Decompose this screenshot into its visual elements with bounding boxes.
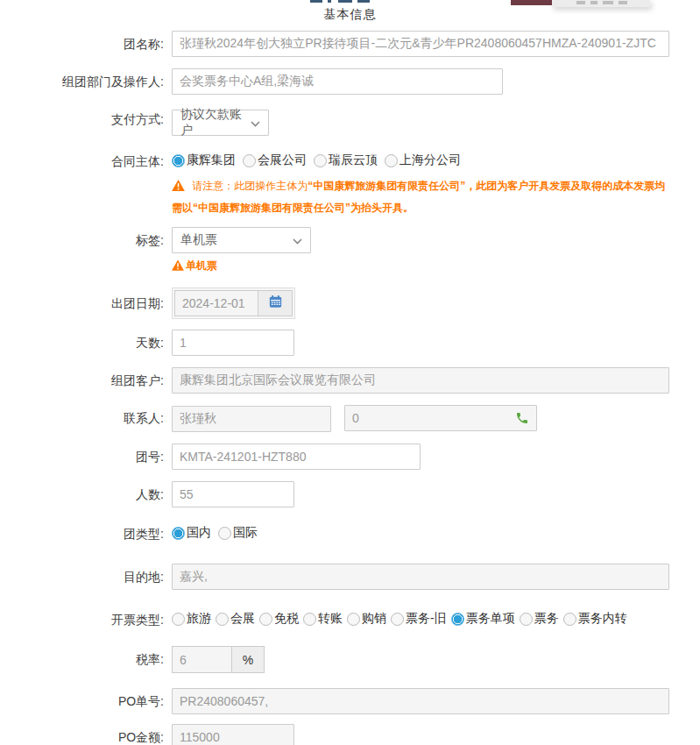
tax-rate-input bbox=[172, 646, 232, 673]
radio-dot-icon bbox=[451, 613, 464, 626]
departure-date-label: 出团日期: bbox=[0, 287, 172, 312]
radio-group-type-international[interactable]: 国际 bbox=[218, 525, 258, 541]
group-no-input[interactable] bbox=[172, 443, 421, 470]
radio-invoice-ticketing-old[interactable]: 票务-旧 bbox=[391, 611, 447, 627]
customer-input bbox=[172, 367, 669, 394]
group-type-label: 团类型: bbox=[0, 520, 172, 543]
radio-dot-icon bbox=[172, 527, 185, 540]
radio-dot-icon bbox=[218, 527, 231, 540]
contact-name-input bbox=[172, 406, 331, 432]
radio-label: 票务 bbox=[534, 611, 559, 627]
row-payment: 支付方式: 协议欠款账户 bbox=[0, 106, 700, 136]
radio-contract-ruichen-yunding[interactable]: 瑞辰云顶 bbox=[314, 153, 378, 168]
radio-contract-exhibition-company[interactable]: 会展公司 bbox=[243, 153, 307, 168]
people-label: 人数: bbox=[0, 481, 172, 503]
radio-dot-icon bbox=[563, 613, 576, 626]
radio-label: 票务-旧 bbox=[406, 611, 447, 627]
group-name-label: 团名称: bbox=[0, 31, 172, 53]
radio-label: 旅游 bbox=[187, 611, 211, 627]
tax-rate-label: 税率: bbox=[0, 646, 172, 668]
radio-dot-icon bbox=[520, 613, 533, 626]
destination-input bbox=[172, 564, 669, 590]
chevron-down-icon bbox=[251, 116, 260, 130]
radio-invoice-duty-free[interactable]: 免税 bbox=[259, 611, 299, 627]
row-departure-date: 出团日期: bbox=[0, 287, 700, 319]
radio-dot-icon bbox=[391, 613, 404, 626]
row-group-name: 团名称: bbox=[0, 31, 700, 57]
departure-date-group bbox=[172, 287, 295, 319]
people-input[interactable] bbox=[172, 481, 294, 507]
radio-dot-icon bbox=[347, 613, 360, 626]
contract-warning-message: 请注意：此团操作主体为“中国康辉旅游集团有限责任公司”，此团为客户开具发票及取得… bbox=[172, 176, 675, 218]
row-days: 天数: bbox=[0, 330, 700, 356]
departure-date-input[interactable] bbox=[174, 290, 258, 316]
radio-label: 会展公司 bbox=[258, 153, 307, 168]
warning-text-company2: “中国康辉旅游集团有限责任公司” bbox=[193, 202, 350, 214]
tax-rate-unit: % bbox=[231, 646, 265, 673]
warning-triangle-icon bbox=[172, 181, 187, 194]
warning-text-prefix: 请注意：此团操作主体为 bbox=[192, 180, 308, 192]
department-label: 组团部门及操作人: bbox=[0, 68, 172, 90]
radio-invoice-travel[interactable]: 旅游 bbox=[172, 611, 211, 627]
radio-invoice-transfer[interactable]: 转账 bbox=[303, 611, 343, 627]
chevron-down-icon bbox=[293, 233, 302, 247]
radio-invoice-ticketing[interactable]: 票务 bbox=[520, 611, 559, 627]
row-po-amount: PO金额: bbox=[0, 724, 700, 745]
radio-dot-icon bbox=[172, 154, 185, 167]
row-po-no: PO单号: bbox=[0, 688, 700, 714]
radio-invoice-ticketing-single[interactable]: 票务单项 bbox=[451, 611, 515, 627]
radio-contract-shanghai-branch[interactable]: 上海分公司 bbox=[385, 153, 461, 168]
contact-phone-input bbox=[344, 405, 537, 431]
radio-dot-icon bbox=[385, 154, 398, 167]
radio-label: 购销 bbox=[362, 611, 386, 627]
destination-label: 目的地: bbox=[0, 564, 172, 585]
tag-select[interactable]: 单机票 bbox=[172, 227, 311, 253]
department-input[interactable] bbox=[172, 68, 503, 95]
days-input[interactable] bbox=[172, 330, 294, 356]
radio-label: 会展 bbox=[230, 611, 255, 627]
radio-dot-icon bbox=[243, 154, 256, 167]
invoice-type-radio-group: 旅游 会展 免税 转账 bbox=[172, 606, 700, 627]
radio-invoice-purchase-sale[interactable]: 购销 bbox=[347, 611, 386, 627]
contract-entity-radio-group: 康辉集团 会展公司 瑞辰云顶 上海分公司 bbox=[172, 147, 700, 168]
radio-label: 免税 bbox=[274, 611, 299, 627]
radio-dot-icon bbox=[172, 613, 185, 626]
contract-entity-label: 合同主体: bbox=[0, 147, 172, 170]
payment-select-value: 协议欠款账户 bbox=[180, 107, 251, 138]
radio-label: 转账 bbox=[318, 611, 343, 627]
cropped-text-fragment bbox=[308, 0, 371, 3]
radio-label: 票务单项 bbox=[466, 611, 515, 627]
row-people: 人数: bbox=[0, 481, 700, 507]
tag-warning-message: 单机票 bbox=[172, 259, 700, 273]
group-name-input[interactable] bbox=[172, 31, 669, 57]
radio-label: 康辉集团 bbox=[187, 153, 236, 168]
radio-label: 国际 bbox=[233, 525, 258, 541]
radio-dot-icon bbox=[216, 613, 229, 626]
basic-info-form: 团名称: 组团部门及操作人: 支付方式: 协议欠款账户 bbox=[0, 31, 700, 745]
row-contact: 联系人: bbox=[0, 405, 700, 432]
calendar-button[interactable] bbox=[258, 290, 293, 316]
po-no-label: PO单号: bbox=[0, 688, 172, 710]
row-group-type: 团类型: 国内 国际 bbox=[0, 520, 700, 543]
row-destination: 目的地: bbox=[0, 564, 700, 590]
radio-label: 上海分公司 bbox=[399, 153, 461, 168]
basic-info-form-page: 基本信息 团名称: 组团部门及操作人: 支付方式: 协议欠款账户 bbox=[0, 0, 700, 745]
radio-invoice-exhibition[interactable]: 会展 bbox=[216, 611, 255, 627]
radio-invoice-ticketing-internal[interactable]: 票务内转 bbox=[563, 611, 627, 627]
tag-select-value: 单机票 bbox=[180, 232, 217, 248]
radio-group-type-domestic[interactable]: 国内 bbox=[172, 525, 211, 541]
warning-text-suffix: 为抬头开具。 bbox=[350, 202, 414, 214]
row-tax-rate: 税率: % bbox=[0, 646, 700, 673]
group-no-label: 团号: bbox=[0, 443, 172, 465]
group-type-radio-group: 国内 国际 bbox=[172, 520, 700, 541]
payment-select[interactable]: 协议欠款账户 bbox=[172, 110, 269, 136]
warning-triangle-icon bbox=[172, 259, 186, 273]
tax-rate-group: % bbox=[172, 646, 265, 673]
days-label: 天数: bbox=[0, 330, 172, 351]
radio-contract-kanghui-group[interactable]: 康辉集团 bbox=[172, 153, 236, 168]
tag-label: 标签: bbox=[0, 227, 172, 249]
cropped-tooltip-fragment bbox=[552, 0, 650, 7]
contact-label: 联系人: bbox=[0, 405, 172, 427]
radio-label: 国内 bbox=[187, 525, 211, 541]
warning-text-company1: “中国康辉旅游集团有限责任公司” bbox=[308, 180, 465, 192]
